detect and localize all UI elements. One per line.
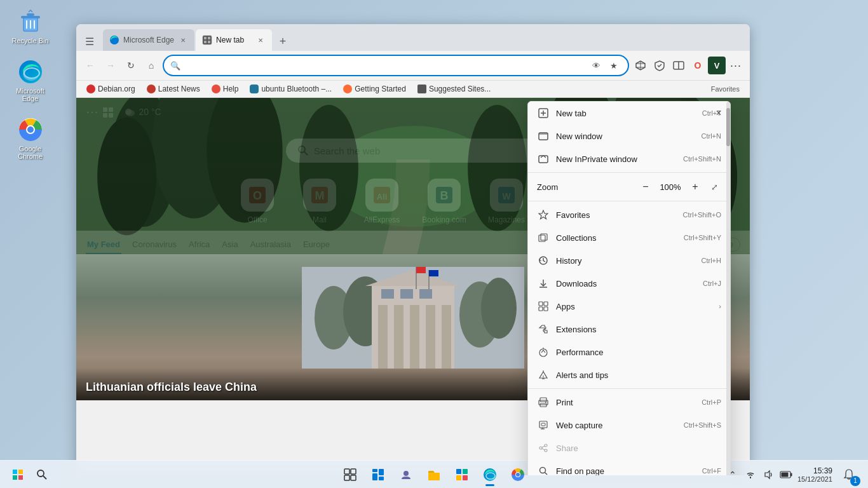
zoom-fullscreen-button[interactable]: ⤢ [707,180,721,194]
taskbar-chrome-button[interactable] [505,462,531,487]
menu-collections[interactable]: Collections Ctrl+Shift+Y [528,226,730,249]
print-icon [537,396,550,409]
share-label: Share [556,444,721,453]
taskbar-search-button[interactable] [31,463,53,486]
reading-view-icon[interactable]: 👁 [588,58,604,73]
svg-point-33 [299,105,358,231]
menu-favorites[interactable]: Favorites Ctrl+Shift+O [528,203,730,226]
menu-print[interactable]: Print Ctrl+P [528,391,730,414]
inprivate-icon [537,152,550,165]
svg-rect-122 [18,470,23,474]
desktop-icons: Recycle Bin Microsoft Edge [6,6,54,163]
tab-newtab-close[interactable]: ✕ [255,35,266,45]
menu-new-tab[interactable]: New tab Ctrl+T [528,102,730,125]
webcapture-label: Web capture [556,421,677,430]
taskbar-time[interactable]: 15:39 15/12/2021 [797,466,832,483]
svg-rect-101 [539,421,547,428]
svg-point-107 [545,449,547,452]
address-action-icons: 👁 ★ [588,58,621,73]
menu-new-window[interactable]: New window Ctrl+N [528,125,730,147]
svg-rect-130 [351,475,356,480]
svg-point-34 [468,105,527,231]
address-input-wrap[interactable]: 🔍 👁 ★ [163,55,629,76]
fav-debian[interactable]: Debian.org [81,83,140,95]
widgets-button[interactable] [365,462,391,487]
menu-history[interactable]: History Ctrl+H [528,249,730,272]
svg-point-95 [543,377,544,379]
svg-rect-148 [790,473,792,476]
menu-extensions[interactable]: Extensions [528,318,730,341]
tab-microsoft-edge[interactable]: Microsoft Edge ✕ [103,29,194,51]
alerts-label: Alerts and tips [556,370,721,380]
svg-rect-97 [540,398,546,402]
fav-suggested[interactable]: Suggested Sites... [412,83,496,95]
wifi-icon[interactable] [743,467,758,482]
chat-button[interactable] [393,462,419,487]
menu-webcapture[interactable]: Web capture Ctrl+Shift+S [528,414,730,437]
forward-button[interactable]: → [102,57,119,74]
zoom-plus-button[interactable]: + [687,179,703,195]
fav-help[interactable]: Help [207,83,244,95]
notification-button[interactable]: 1 [836,462,862,487]
extensions-icon[interactable] [632,57,649,74]
taskbar-edge-button[interactable] [477,462,503,487]
fav-wp-label: ubuntu Bluetooth –... [261,85,332,93]
home-button[interactable]: ⌂ [142,57,160,74]
menu-apps[interactable]: Apps › [528,295,730,318]
menu-inprivate[interactable]: New InPrivate window Ctrl+Shift+N [528,147,730,170]
zoom-minus-button[interactable]: − [637,179,654,195]
fav-latestnews[interactable]: Latest News [142,83,205,95]
zoom-label: Zoom [537,182,634,192]
refresh-button[interactable]: ↻ [122,57,140,74]
apps-icon [537,300,550,313]
recycle-bin-icon[interactable]: Recycle Bin [6,6,54,47]
menu-alerts[interactable]: Alerts and tips [528,363,730,386]
v-icon[interactable]: V [708,57,726,74]
tab-newtab[interactable]: New tab ✕ [196,29,272,51]
menu-scrollbar[interactable] [726,102,730,475]
microsoft-edge-desktop-icon[interactable]: Microsoft Edge [6,57,54,105]
edge-favicon [109,35,119,45]
svg-line-109 [542,449,545,450]
more-button[interactable]: ··· [727,57,745,74]
svg-rect-76 [429,270,438,276]
split-view-icon[interactable] [670,57,688,74]
start-button[interactable] [6,463,29,486]
svg-rect-2 [27,13,34,16]
svg-rect-132 [379,469,384,475]
favorites-star-icon[interactable]: ★ [606,58,621,73]
print-shortcut: Ctrl+P [702,398,721,406]
fav-wp[interactable]: ubuntu Bluetooth –... [245,83,337,95]
taskview-button[interactable] [337,462,363,487]
clock-time: 15:39 [797,466,832,475]
tab-edge-close[interactable]: ✕ [178,35,188,45]
downloads-icon [537,277,550,290]
explorer-button[interactable] [421,462,447,487]
vpn-icon[interactable]: O [689,57,707,74]
context-menu: ✕ New tab Ctrl+T [527,101,731,475]
tab-menu-button[interactable]: ☰ [80,32,99,51]
battery-icon[interactable] [778,467,794,482]
back-button[interactable]: ← [81,57,99,74]
sys-tray-icons: ⌃ [725,467,794,482]
svg-point-105 [545,444,547,447]
shield-icon[interactable] [651,57,668,74]
new-tab-button[interactable]: + [273,32,292,51]
volume-icon[interactable] [761,467,776,482]
menu-findonpage[interactable]: Find on page Ctrl+F [528,459,730,475]
taskbar-center-icons [337,462,531,487]
menu-scrollbar-thumb[interactable] [726,108,730,146]
menu-performance[interactable]: Performance [528,341,730,363]
fav-getting-started[interactable]: Getting Started [338,83,411,95]
taskbar: ⌃ [0,460,868,488]
notification-count: 1 [850,476,860,486]
chrome-desktop-icon[interactable]: Google Chrome [6,114,54,163]
svg-rect-127 [344,469,349,474]
favorites-shortcut: Ctrl+Shift+O [682,211,721,219]
address-input[interactable] [184,61,585,71]
menu-downloads[interactable]: Downloads Ctrl+J [528,272,730,295]
svg-rect-67 [426,305,435,369]
store-button[interactable] [449,462,475,487]
menu-close-button[interactable]: ✕ [711,105,726,121]
favorites-more[interactable]: Favorites [706,83,745,95]
